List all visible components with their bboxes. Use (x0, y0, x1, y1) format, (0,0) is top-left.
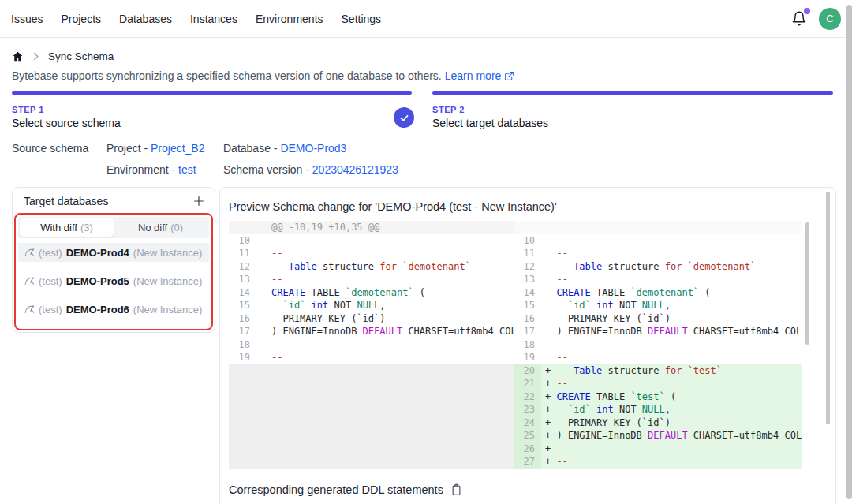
diff-pane-modified: 10 11 --12 -- Table structure for `demot… (514, 221, 802, 469)
nav-right: C (791, 8, 841, 30)
avatar[interactable]: C (819, 8, 841, 30)
diff-line: 18 (514, 338, 802, 352)
diff-line: 25+ ) ENGINE=InnoDB DEFAULT CHARSET=utf8… (514, 429, 802, 442)
database-row[interactable]: (test)DEMO-Prod6(New Instance) (18, 300, 209, 319)
tab-with-diff[interactable]: With diff (3) (20, 218, 114, 237)
mysql-icon (24, 248, 35, 257)
preview-title: Preview Schema change for 'DEMO-Prod4 (t… (229, 200, 557, 213)
project-link[interactable]: Project_B2 (151, 142, 204, 155)
diff-line: 19 -- (514, 351, 802, 364)
diff-line: 24+ PRIMARY KEY (`id`) (514, 416, 802, 430)
step-complete-badge (394, 107, 414, 128)
diff-line: 13 -- (514, 273, 802, 286)
step2-title: Select target databases (432, 117, 548, 129)
source-schema-label: Source schema (12, 142, 88, 155)
field-database-label: Database - (223, 142, 280, 155)
db-note: (New Instance) (133, 304, 202, 315)
diff-line: 21+ -- (514, 377, 802, 390)
field-project: Project - Project_B2 (106, 142, 205, 155)
tab-no-diff[interactable]: No diff (0) (114, 218, 207, 237)
diff-line: 17) ENGINE=InnoDB DEFAULT CHARSET=utf8mb… (229, 325, 514, 338)
preview-panel: Preview Schema change for 'DEMO-Prod4 (t… (219, 187, 836, 504)
diff-line: 23+ `id` int NOT NULL, (514, 403, 802, 416)
notifications-button[interactable] (791, 10, 809, 28)
breadcrumb: Sync Schema (12, 50, 114, 62)
nav-links: IssuesProjectsDatabasesInstancesEnvironm… (11, 13, 381, 25)
db-name: DEMO-Prod6 (66, 304, 129, 315)
external-link-icon[interactable] (504, 71, 514, 81)
home-icon[interactable] (12, 50, 24, 62)
intro-text: Bytebase supports synchronizing a specif… (12, 69, 442, 82)
step1-progress-bar (12, 91, 412, 95)
page-scrollbar[interactable] (846, 5, 852, 499)
field-schema-version: Schema version - 20230426121923 (223, 163, 398, 176)
nav-item-projects[interactable]: Projects (61, 13, 101, 25)
mysql-icon (24, 276, 35, 286)
nav-item-environments[interactable]: Environments (256, 13, 323, 25)
diff-line: 14CREATE TABLE `demotenant` ( (229, 286, 514, 300)
nav-item-databases[interactable]: Databases (119, 13, 172, 25)
copy-ddl-button[interactable] (450, 483, 462, 496)
preview-panel-scrollbar[interactable] (826, 192, 830, 424)
nav-item-issues[interactable]: Issues (11, 13, 43, 25)
breadcrumb-page: Sync Schema (48, 50, 114, 62)
chevron-right-icon (32, 52, 39, 61)
target-databases-highlight: With diff (3) No diff (0) (test)DEMO-Pro… (14, 213, 213, 330)
database-link[interactable]: DEMO-Prod3 (280, 142, 346, 155)
field-database: Database - DEMO-Prod3 (223, 142, 346, 155)
diff-tabs: With diff (3) No diff (0) (18, 217, 209, 238)
nav-item-settings[interactable]: Settings (342, 13, 382, 25)
db-environment: (test) (39, 304, 62, 315)
diff-line: 10 (514, 234, 802, 248)
notification-dot (804, 8, 810, 14)
diff-line: 15 `id` int NOT NULL, (514, 299, 802, 312)
diff-line: 16 PRIMARY KEY (`id`) (514, 312, 802, 326)
tab-no-diff-count: (0) (170, 222, 183, 233)
check-icon (399, 113, 409, 123)
step2-label: STEP 2 (432, 105, 548, 114)
target-databases-title: Target databases (24, 195, 108, 207)
field-environment-label: Environment - (106, 163, 178, 176)
environment-link[interactable]: test (178, 163, 196, 176)
database-row[interactable]: (test)DEMO-Prod4(New Instance) (18, 243, 209, 262)
step-2: STEP 2 Select target databases (432, 105, 548, 129)
diff-line: 26+ (514, 442, 802, 456)
tab-with-diff-count: (3) (80, 222, 93, 233)
nav-item-instances[interactable]: Instances (190, 13, 237, 25)
clipboard-icon (450, 483, 462, 496)
diff-line: 19-- (229, 351, 514, 364)
plus-icon (192, 195, 205, 207)
learn-more-link[interactable]: Learn more (445, 69, 502, 82)
database-row[interactable]: (test)DEMO-Prod5(New Instance) (18, 271, 209, 290)
diff-line: 14 CREATE TABLE `demotenant` ( (514, 286, 802, 300)
add-target-database-button[interactable] (192, 195, 205, 207)
top-nav: IssuesProjectsDatabasesInstancesEnvironm… (0, 0, 852, 38)
diff-line: 16 PRIMARY KEY (`id`) (229, 312, 514, 326)
intro: Bytebase supports synchronizing a specif… (12, 69, 514, 82)
db-environment: (test) (39, 275, 62, 287)
diff-line: 17 ) ENGINE=InnoDB DEFAULT CHARSET=utf8m… (514, 325, 802, 338)
ddl-statements-label: Corresponding generated DDL statements (229, 483, 443, 496)
diff-line: 22+ CREATE TABLE `test` ( (514, 390, 802, 404)
db-note: (New Instance) (133, 247, 202, 259)
field-environment: Environment - test (106, 163, 196, 176)
diff-line: 27+ -- (514, 455, 802, 469)
step1-title: Select source schema (12, 117, 121, 129)
field-schema-version-label: Schema version - (223, 163, 312, 176)
db-name: DEMO-Prod4 (66, 247, 129, 259)
step2-progress-bar (432, 91, 833, 95)
diff-line: 12-- Table structure for `demotenant` (229, 260, 514, 274)
diff-editor: @@ -10,19 +10,35 @@1011--12-- Table stru… (229, 221, 821, 469)
diff-line: 12 -- Table structure for `demotenant` (514, 260, 802, 274)
diff-line: 20+ -- Table structure for `test` (514, 364, 802, 378)
mysql-icon (24, 304, 35, 314)
diff-editor-scrollbar[interactable] (805, 222, 809, 345)
tab-with-diff-label: With diff (40, 222, 77, 233)
target-databases-panel: Target databases With diff (3) No diff (… (12, 187, 215, 333)
schema-version-link[interactable]: 20230426121923 (312, 163, 398, 176)
tab-no-diff-label: No diff (138, 222, 167, 233)
diff-line: 13-- (229, 273, 514, 286)
db-note: (New Instance) (133, 275, 202, 287)
step1-label: STEP 1 (12, 105, 121, 114)
diff-line: 10 (229, 234, 514, 248)
